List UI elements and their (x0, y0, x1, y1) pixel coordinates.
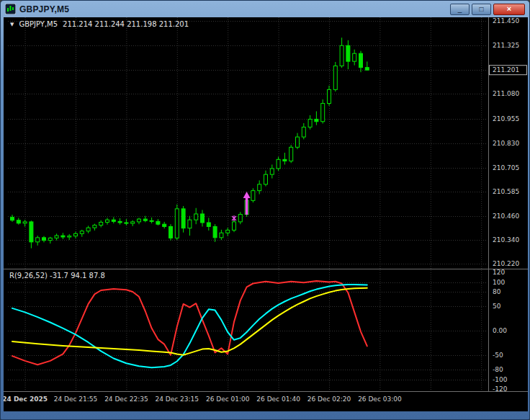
candle-body (353, 53, 356, 61)
price-axis[interactable]: 211.450211.325211.080210.955210.830210.7… (493, 17, 519, 267)
candle-body (308, 119, 312, 127)
maximize-button[interactable]: □ (472, 4, 491, 15)
candle-body (270, 169, 274, 174)
svg-text:-50: -50 (493, 352, 503, 359)
candle-body (181, 209, 185, 228)
candle-body (321, 104, 325, 122)
candle-body (150, 220, 153, 221)
candle-body (233, 222, 236, 231)
svg-text:211.325: 211.325 (493, 42, 519, 49)
candle-body (99, 222, 103, 225)
candle-body (163, 224, 166, 226)
candle-body (226, 230, 230, 233)
candle-body (23, 222, 27, 223)
candle-body (143, 219, 147, 220)
candle-body (112, 220, 115, 221)
chart-canvas[interactable]: 211.450211.325211.080210.955210.830210.7… (4, 17, 528, 411)
close-button[interactable]: × (493, 4, 525, 15)
candle-body (106, 220, 109, 222)
svg-text:26 Dec 02:20: 26 Dec 02:20 (307, 396, 351, 403)
candle-body (207, 223, 210, 226)
candle-body (340, 45, 343, 66)
candle-body (220, 233, 223, 238)
svg-text:210.340: 210.340 (493, 236, 519, 243)
candle-body (346, 45, 350, 61)
svg-text:100: 100 (493, 279, 505, 286)
time-axis[interactable]: 24 Dec 202524 Dec 21:5524 Dec 22:3524 De… (4, 396, 402, 403)
candle-body (315, 119, 318, 121)
red-indicator-line (12, 281, 367, 365)
candle-body (194, 214, 198, 220)
buy-arrow-marker (243, 192, 251, 215)
oscillator-lines-layer (12, 281, 367, 367)
svg-text:26 Dec 01:40: 26 Dec 01:40 (256, 396, 300, 403)
candle-body (201, 214, 205, 223)
svg-text:210.955: 210.955 (493, 115, 519, 122)
candle-body (289, 147, 293, 161)
svg-text:210.705: 210.705 (493, 164, 519, 171)
svg-text:211.080: 211.080 (493, 90, 519, 97)
candle-body (328, 89, 331, 103)
star-marker (232, 215, 236, 221)
candle-body (213, 226, 217, 237)
candle-body (11, 218, 14, 220)
candle-body (258, 184, 261, 191)
app-icon (5, 4, 16, 14)
candle-body (302, 127, 305, 137)
svg-text:210.585: 210.585 (493, 188, 519, 195)
candle-body (125, 223, 128, 223)
candle-body (333, 66, 337, 89)
candle-body (68, 236, 71, 237)
candle-body (17, 220, 20, 223)
svg-text:24 Dec 2025: 24 Dec 2025 (4, 396, 48, 403)
svg-text:210.460: 210.460 (493, 213, 519, 220)
candle-body (42, 238, 46, 241)
candle-body (251, 191, 255, 201)
candle-body (118, 221, 122, 223)
svg-text:50: 50 (493, 303, 501, 310)
symbol-dropdown-icon[interactable]: ▼ (10, 22, 14, 27)
candle-body (365, 68, 369, 71)
candle-body (80, 231, 84, 234)
candle-body (55, 236, 58, 238)
candle-body (277, 159, 280, 169)
svg-text:210.220: 210.220 (493, 260, 519, 267)
window-titlebar[interactable]: GBPJPY,M5 _ □ × (4, 1, 526, 17)
mt4-window: GBPJPY,M5 _ □ × ▼ GBPJPY,M5 211.214 211.… (0, 0, 530, 420)
minimize-button[interactable]: _ (450, 4, 470, 15)
indicator-label: R(9,26,52) -31.7 94.1 87.8 (9, 272, 105, 280)
candle-body (238, 215, 242, 222)
candle-body (86, 228, 90, 231)
candle-body (61, 236, 65, 237)
candle-body (48, 238, 52, 240)
svg-text:210.830: 210.830 (493, 140, 519, 147)
candle-body (296, 137, 300, 147)
svg-text:24 Dec 23:15: 24 Dec 23:15 (156, 396, 199, 403)
chart-symbol-period: GBPJPY,M5 (19, 20, 58, 28)
candle-body (283, 159, 287, 161)
svg-text:24 Dec 22:35: 24 Dec 22:35 (104, 396, 148, 403)
svg-text:-120: -120 (493, 385, 508, 393)
svg-text:-100: -100 (493, 376, 508, 383)
window-title: GBPJPY,M5 (19, 4, 69, 14)
svg-text:26 Dec 01:00: 26 Dec 01:00 (206, 396, 250, 403)
candle-body (156, 221, 160, 224)
svg-text:26 Dec 03:00: 26 Dec 03:00 (358, 396, 402, 403)
svg-text:211.201: 211.201 (493, 66, 519, 73)
current-price-tag: 211.201 (490, 66, 527, 75)
chart-ohlc-header: ▼ GBPJPY,M5 211.214 211.244 211.198 211.… (10, 20, 189, 28)
window-controls: _ □ × (450, 4, 525, 15)
svg-text:-80: -80 (493, 366, 503, 373)
svg-text:0.00: 0.00 (493, 327, 507, 334)
candle-body (36, 238, 40, 242)
svg-text:24 Dec 21:55: 24 Dec 21:55 (54, 396, 98, 403)
candle-body (138, 219, 141, 222)
yellow-indicator-line (12, 288, 367, 355)
candle-body (93, 225, 96, 228)
chart-ohlc-values: 211.214 211.244 211.198 211.201 (63, 20, 189, 28)
candle-body (30, 222, 33, 242)
candle-body (359, 53, 363, 67)
oscillator-axis[interactable]: 12010080500.00-50-80-100-120 (493, 269, 508, 393)
candle-body (175, 209, 179, 238)
candle-body (169, 226, 173, 238)
